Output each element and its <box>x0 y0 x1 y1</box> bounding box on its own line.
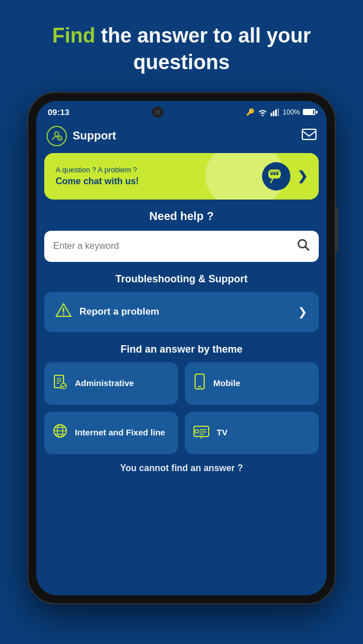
need-help-title: Need help ? <box>44 210 319 223</box>
svg-rect-4 <box>275 109 277 116</box>
status-icons: 🔑 100% <box>246 108 315 116</box>
internet-icon <box>52 423 68 443</box>
svg-rect-8 <box>302 129 316 139</box>
mobile-icon <box>193 374 206 393</box>
chat-banner-text: A question ? A problem ? Come chat with … <box>56 166 139 187</box>
theme-grid: Administrative Mobile <box>44 362 319 454</box>
warning-icon <box>56 302 71 322</box>
administrative-label: Administrative <box>75 378 134 389</box>
chat-question: A question ? A problem ? <box>56 166 139 174</box>
status-bar: 09:13 🔑 100% <box>36 101 327 121</box>
scroll-content: A question ? A problem ? Come chat with … <box>36 153 327 595</box>
report-problem-card[interactable]: Report a problem ❯ <box>44 292 319 332</box>
app-title: Support <box>73 129 116 142</box>
chat-banner[interactable]: A question ? A problem ? Come chat with … <box>44 153 319 200</box>
support-icon <box>47 126 67 146</box>
tv-label: TV <box>217 427 227 438</box>
theme-card-internet[interactable]: Internet and Fixed line <box>44 412 178 454</box>
svg-point-34 <box>195 430 199 433</box>
header-rest: the answer to all your questions <box>95 24 311 74</box>
theme-card-mobile[interactable]: Mobile <box>185 362 319 405</box>
report-left: Report a problem <box>56 302 159 322</box>
tv-icon <box>193 423 210 443</box>
troubleshooting-title: Troubleshooting & Support <box>44 273 319 285</box>
status-time: 09:13 <box>48 107 69 117</box>
svg-point-6 <box>54 132 58 135</box>
search-input[interactable] <box>53 241 297 251</box>
camera-notch <box>152 107 163 118</box>
wifi-icon <box>258 108 268 116</box>
app-header-left: Support <box>47 126 116 146</box>
app-header: Support <box>36 121 327 153</box>
theme-card-administrative[interactable]: Administrative <box>44 362 178 405</box>
administrative-icon <box>52 374 68 393</box>
battery-icon <box>303 109 315 115</box>
chat-bubble-icon: CHAT <box>262 162 290 190</box>
chat-chevron-icon: ❯ <box>297 169 307 184</box>
svg-rect-5 <box>277 108 279 116</box>
svg-point-18 <box>63 313 65 315</box>
chat-cta: Come chat with us! <box>56 176 139 187</box>
phone-frame: 09:13 🔑 100% <box>28 93 335 603</box>
bottom-hint: You cannot find an answer ? <box>44 463 319 473</box>
svg-rect-31 <box>194 426 209 437</box>
header-find: Find <box>52 24 95 47</box>
page-header: Find the answer to all your questions <box>0 0 363 93</box>
themes-title: Find an answer by theme <box>44 344 319 355</box>
svg-text:CHAT: CHAT <box>270 171 280 174</box>
vpn-icon: 🔑 <box>246 108 255 116</box>
mobile-label: Mobile <box>213 378 240 389</box>
mail-icon[interactable] <box>302 129 316 143</box>
report-chevron-icon: ❯ <box>298 305 307 319</box>
battery-percent: 100% <box>282 108 300 116</box>
svg-rect-3 <box>273 111 275 116</box>
internet-label: Internet and Fixed line <box>75 427 165 438</box>
svg-rect-2 <box>271 113 272 116</box>
chat-right: CHAT ❯ <box>262 162 307 190</box>
search-bar[interactable] <box>44 231 319 262</box>
svg-line-15 <box>305 247 309 251</box>
signal-icon <box>271 108 280 116</box>
theme-card-tv[interactable]: TV <box>185 412 319 454</box>
search-icon <box>297 239 310 254</box>
phone-screen: 09:13 🔑 100% <box>36 101 327 595</box>
report-label: Report a problem <box>79 306 159 317</box>
svg-point-1 <box>157 111 159 113</box>
svg-point-14 <box>298 240 306 248</box>
